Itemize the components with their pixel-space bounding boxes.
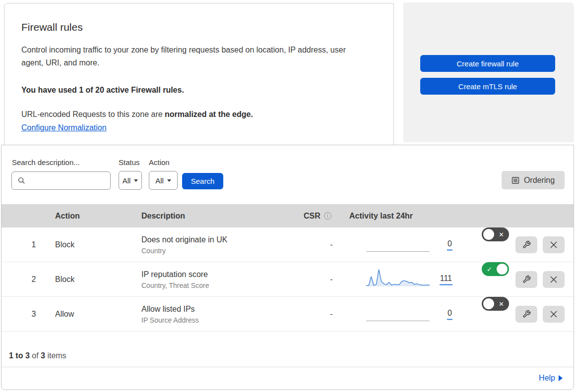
rule-description: IP reputation score Country, Threat Scor… bbox=[141, 270, 209, 289]
delete-rule-button[interactable] bbox=[543, 271, 565, 288]
ordering-button-label: Ordering bbox=[524, 176, 555, 185]
edit-rule-button[interactable] bbox=[515, 236, 537, 253]
rule-description-text: Allow listed IPs bbox=[141, 304, 199, 313]
search-input[interactable] bbox=[29, 176, 106, 185]
column-header-activity: Activity last 24hr bbox=[349, 204, 413, 227]
pagination-summary: 1 to 3 of 3 items bbox=[9, 351, 66, 360]
column-header-action: Action bbox=[55, 204, 80, 227]
csr-label: CSR bbox=[304, 204, 320, 227]
toggle-knob bbox=[497, 264, 508, 275]
divider bbox=[1, 367, 574, 367]
delete-rule-button[interactable] bbox=[543, 306, 565, 323]
rule-description-text: Does not originate in UK bbox=[141, 235, 227, 244]
create-firewall-rule-button[interactable]: Create firewall rule bbox=[420, 55, 555, 72]
page-title: Firewall rules bbox=[21, 21, 363, 33]
pagination-total: 3 bbox=[41, 351, 45, 360]
info-icon[interactable]: i bbox=[324, 212, 331, 220]
rule-description-text: IP reputation score bbox=[141, 270, 209, 279]
search-button[interactable]: Search bbox=[182, 173, 223, 189]
activity-count: 0 bbox=[426, 239, 452, 250]
rule-csr-value: - bbox=[322, 240, 341, 249]
activity-count: 111 bbox=[426, 274, 452, 285]
rule-action: Block bbox=[55, 275, 74, 284]
activity-sparkline bbox=[366, 302, 430, 324]
rule-fields-text: IP Source Address bbox=[141, 316, 199, 324]
action-dropdown[interactable]: All bbox=[149, 171, 178, 190]
rule-csr-value: - bbox=[322, 310, 341, 319]
table-row: 2 Block IP reputation score Country, Thr… bbox=[1, 262, 574, 297]
rule-csr-value: - bbox=[322, 275, 341, 284]
search-box[interactable] bbox=[11, 171, 111, 190]
edit-rule-button[interactable] bbox=[515, 271, 537, 288]
search-icon bbox=[18, 177, 25, 184]
rule-priority: 3 bbox=[25, 310, 42, 319]
rule-enable-toggle[interactable]: ✓ ✕ bbox=[482, 297, 509, 311]
column-header-csr: CSR i bbox=[304, 204, 331, 227]
table-row: 3 Allow Allow listed IPs IP Source Addre… bbox=[1, 297, 574, 332]
toggle-knob bbox=[483, 298, 494, 309]
table-header-row: Action Description CSR i Activity last 2… bbox=[1, 204, 574, 227]
action-dropdown-value: All bbox=[155, 176, 164, 185]
chevron-down-icon bbox=[167, 179, 171, 182]
toggle-knob bbox=[483, 229, 494, 240]
firewall-rules-header-card: Firewall rules Control incoming traffic … bbox=[4, 3, 394, 145]
wrench-icon bbox=[522, 275, 531, 283]
arrow-right-icon bbox=[559, 375, 563, 381]
ordering-list-icon bbox=[512, 176, 519, 184]
close-icon bbox=[550, 276, 557, 283]
status-dropdown[interactable]: All bbox=[119, 171, 142, 190]
close-icon bbox=[550, 241, 557, 248]
close-icon bbox=[550, 311, 557, 318]
configure-normalization-link[interactable]: Configure Normalization bbox=[21, 123, 107, 132]
pagination-range: 1 to 3 bbox=[9, 351, 30, 360]
ordering-button[interactable]: Ordering bbox=[502, 171, 565, 189]
table-row: 1 Block Does not originate in UK Country… bbox=[1, 227, 574, 262]
pagination-of: of bbox=[30, 351, 41, 360]
check-icon: ✓ bbox=[487, 266, 492, 273]
rule-priority: 1 bbox=[25, 240, 42, 249]
delete-rule-button[interactable] bbox=[543, 236, 565, 253]
x-icon: ✕ bbox=[499, 300, 504, 308]
activity-sparkline bbox=[366, 267, 430, 289]
activity-count-link[interactable]: 0 bbox=[447, 308, 452, 320]
activity-count-link[interactable]: 0 bbox=[447, 239, 452, 250]
rule-enable-toggle[interactable]: ✓ ✕ bbox=[482, 227, 509, 241]
chevron-down-icon bbox=[134, 179, 138, 182]
page-description: Control incoming traffic to your zone by… bbox=[21, 44, 363, 69]
usage-text: You have used 1 of 20 active Firewall ru… bbox=[21, 86, 363, 95]
status-label: Status bbox=[119, 158, 140, 167]
help-label: Help bbox=[539, 374, 555, 383]
activity-sparkline bbox=[366, 232, 430, 254]
rule-fields-text: Country bbox=[141, 246, 227, 254]
wrench-icon bbox=[522, 240, 531, 249]
rule-action: Block bbox=[55, 240, 74, 249]
create-mtls-rule-button[interactable]: Create mTLS rule bbox=[420, 78, 555, 95]
normalization-text: URL-encoded Requests to this zone are no… bbox=[21, 110, 363, 119]
action-label: Action bbox=[149, 158, 170, 167]
normalization-bold: normalized at the edge. bbox=[165, 110, 253, 118]
cta-panel: Create firewall rule Create mTLS rule bbox=[403, 2, 574, 142]
pagination-items: items bbox=[45, 351, 66, 360]
status-dropdown-value: All bbox=[123, 176, 131, 185]
help-link[interactable]: Help bbox=[539, 374, 563, 383]
rule-enable-toggle[interactable]: ✓ ✕ bbox=[482, 262, 509, 276]
edit-rule-button[interactable] bbox=[515, 306, 537, 323]
activity-count-link[interactable]: 111 bbox=[440, 274, 452, 285]
rule-description: Allow listed IPs IP Source Address bbox=[141, 304, 199, 324]
rule-fields-text: Country, Threat Score bbox=[141, 281, 209, 289]
column-header-description: Description bbox=[141, 204, 185, 227]
normalization-prefix: URL-encoded Requests to this zone are bbox=[21, 110, 165, 118]
wrench-icon bbox=[522, 310, 531, 318]
rules-list-card: Search description... Status Action All … bbox=[1, 145, 574, 390]
activity-count: 0 bbox=[426, 308, 452, 320]
search-label: Search description... bbox=[12, 158, 80, 167]
rule-description: Does not originate in UK Country bbox=[141, 235, 227, 254]
rule-priority: 2 bbox=[25, 275, 42, 284]
x-icon: ✕ bbox=[499, 231, 504, 238]
rule-action: Allow bbox=[55, 310, 74, 319]
